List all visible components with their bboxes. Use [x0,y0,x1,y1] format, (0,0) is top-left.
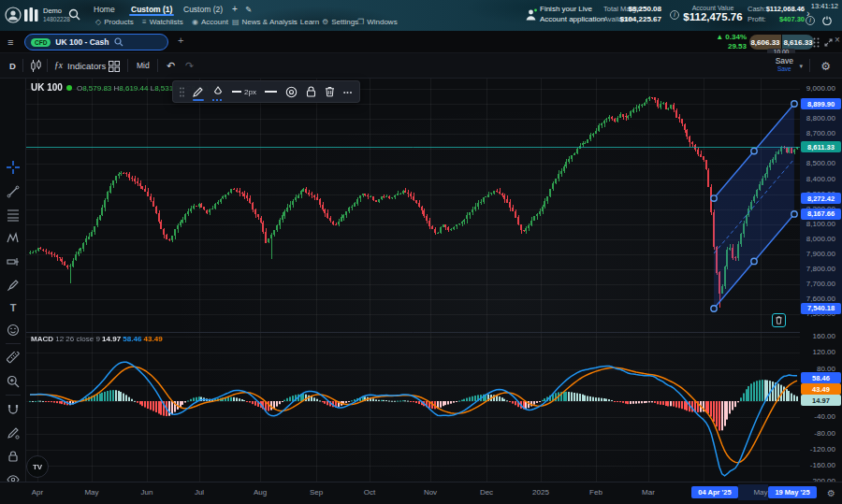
price-badge-7,540.18: 7,540.18 [801,303,841,314]
time-badge[interactable]: 19 May '25 [768,486,817,498]
buy-price-button[interactable]: 8,616.33 [782,35,814,50]
drawing-tools-sidebar: T ◇ [0,79,26,504]
save-dropdown-chevron-icon[interactable]: ▾ [799,63,803,70]
measure-tool[interactable] [3,348,23,368]
pattern-xabcd-tool[interactable] [3,228,23,249]
finish-live-line2[interactable]: Account application [540,15,604,24]
time-tick-Apr: Apr [26,488,49,497]
macd-tick-120: 120.00 [800,348,840,356]
candle-style-button[interactable] [30,60,42,72]
macd-line-value: 58.46 [123,335,141,343]
undo-button[interactable]: ↶ [167,53,175,79]
price-tick-8400: 8,400.00 [800,175,840,183]
macd-badge-58.46: 58.46 [801,372,841,383]
header-info-icon[interactable]: i [806,16,815,25]
text-tool[interactable]: T [3,297,23,318]
macd-badge-43.49: 43.49 [801,383,841,395]
menu-news-analysis[interactable]: ▤News & Analysis [232,17,298,28]
mid-price-button[interactable]: Mid [137,53,150,79]
settings-icon: ⚙ [322,18,328,26]
change-percent: ▲ 0.34% [692,33,747,41]
macd-badge-14.97: 14.97 [801,395,841,406]
time-tick-Nov: Nov [419,488,442,497]
magnet-tool[interactable] [3,399,23,420]
tab-uk100-cash[interactable]: CFD UK 100 - Cash [24,34,168,50]
line-thickness-button[interactable]: 2px [232,88,256,96]
price-tick-8700: 8,700.00 [800,129,840,137]
lock-drawing-icon[interactable] [306,86,316,97]
add-tab-button[interactable]: + [178,35,183,46]
fill-color-tool-icon[interactable] [212,86,224,97]
menu-account[interactable]: ◉Account [192,17,228,28]
macd-hist-value: 14.97 [102,335,121,343]
products-icon: ◇ [95,18,101,26]
menu-watchlists[interactable]: ≡Watchlists [142,17,183,28]
menu-learn[interactable]: ∩Learn [292,17,319,28]
macd-signal-value: 43.49 [144,335,163,343]
chart-settings-gear-icon[interactable]: ⚙ [820,60,831,73]
learn-icon: ∩ [292,18,298,26]
trend-line-tool[interactable] [3,181,23,202]
edit-layout-icon[interactable]: ✎ [245,4,252,15]
more-options-button[interactable]: ••• [343,89,353,95]
zoom-in-tool[interactable] [3,371,23,392]
tradingview-logo[interactable]: TV [26,455,49,478]
price-tick-7700: 7,700.00 [800,280,840,288]
layout-grid-icon[interactable] [109,61,120,72]
profit-value: $407.30 [753,15,805,24]
tab-menu-hamburger-icon[interactable]: ≡ [7,36,13,48]
menu-settings[interactable]: ⚙Settings [322,17,358,28]
axis-settings-gear-icon[interactable]: ⚙ [827,488,835,498]
prediction-tool[interactable] [3,252,23,272]
toolbar-drag-handle[interactable] [180,87,184,97]
platform-logo[interactable] [24,7,39,23]
margin-info-icon[interactable]: i [670,10,679,20]
finish-live-line1[interactable]: Finish your Live [540,5,592,14]
indicators-button[interactable]: Indicators [67,53,106,79]
macd-tick--80: -80.00 [800,429,840,438]
fib-retracement-tool[interactable] [3,205,23,225]
search-icon[interactable] [68,8,80,21]
price-tick-8100: 8,100.00 [800,220,840,228]
crosshair-tool[interactable] [3,157,23,178]
lock-all-drawings-tool[interactable] [3,446,23,467]
legend-symbol[interactable]: UK 100 [31,82,63,93]
delete-drawing-icon[interactable] [325,86,335,97]
emoji-tool[interactable] [3,320,23,340]
line-style-button[interactable] [265,91,277,93]
drawing-settings-icon[interactable] [285,86,298,98]
user-avatar-icon[interactable] [5,7,22,23]
price-tick-7900: 7,900.00 [800,250,840,258]
price-axis[interactable]: 9,000.008,900.008,800.008,700.008,600.00… [800,79,842,482]
tab-options-dots-icon[interactable] [813,37,820,48]
time-axis[interactable]: ⚙ AprMayJunJulAugSepOctNovDec2025FebMarM… [0,482,842,504]
price-tick-7800: 7,800.00 [800,265,840,273]
floating-drawing-toolbar[interactable]: 2px ••• [172,80,360,103]
chart-plot-area[interactable] [26,79,800,482]
interval-button[interactable]: D [9,53,16,79]
tab-title: UK 100 - Cash [55,37,109,47]
menu-windows[interactable]: ❐Windows [357,17,398,28]
menu-custom-2[interactable]: Custom (2) [183,4,223,15]
menu-home[interactable]: Home [94,4,115,15]
time-tick-Oct: Oct [358,488,381,497]
line-color-tool-icon[interactable] [193,86,204,97]
time-badge[interactable]: 04 Apr '25 [691,486,738,498]
document-tab-bar: ≡ CFD UK 100 - Cash + ▲ 0.34% 29.53 8,60… [0,31,842,53]
tab-search-icon[interactable] [114,37,123,47]
expand-window-icon[interactable] [824,38,833,47]
stay-in-drawing-mode-tool[interactable] [3,423,23,443]
price-macd-canvas[interactable] [26,79,800,482]
close-tab-icon[interactable]: × [835,35,840,45]
trading-platform-window: Demo 14802228 Home Custom (1) Custom (2)… [0,0,842,504]
time-tick-May: May [80,488,103,497]
power-logout-icon[interactable] [822,16,832,25]
add-layout-button[interactable]: + [232,4,238,15]
drawing-delete-badge[interactable] [772,313,786,327]
save-button[interactable]: Save Save [776,56,793,72]
sell-price-button[interactable]: 8,606.33 [749,35,781,50]
brush-tool[interactable] [3,275,23,295]
menu-products[interactable]: ◇Products [95,17,134,28]
cfd-badge: CFD [31,38,51,47]
redo-button[interactable]: ↷ [185,53,194,79]
